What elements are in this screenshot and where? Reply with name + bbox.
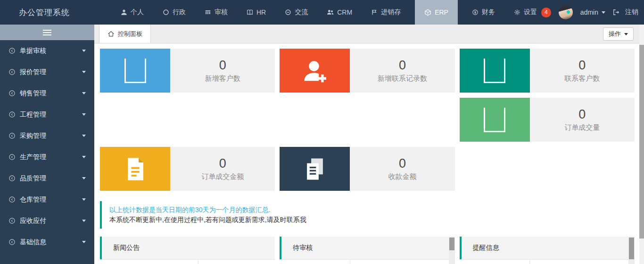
stat-label: 订单成交金额 [201, 172, 244, 181]
circle-arrow-icon [8, 217, 16, 224]
stat-value: 0 [399, 156, 406, 171]
main-content: 控制面板 操作 0 新增客户数 [94, 25, 639, 264]
system-notice: 以上统计数据是当天日期的前30天为一个月的数据汇总. 本系统不断更新中,在使用过… [100, 201, 635, 229]
sidebar-item-label: 销售管理 [20, 89, 46, 98]
circle-arrow-icon [8, 196, 16, 203]
sidebar-item-quotation[interactable]: 报价管理 [0, 61, 94, 83]
nav-item-crm[interactable]: CRM [320, 0, 359, 25]
circle-arrow-icon [8, 238, 16, 246]
logout-label: 注销 [625, 8, 638, 17]
stat-label: 订单成交量 [564, 123, 600, 132]
nav-item-label: ERP [435, 9, 448, 16]
sidebar-item-label: 应收应付 [20, 217, 46, 225]
nav-item-label: 交流 [295, 8, 308, 17]
panel-reminders: 提醒信息 [460, 237, 635, 264]
nav-item-inventory[interactable]: 进销存 [364, 0, 408, 25]
stat-value: 0 [219, 58, 226, 73]
gear-icon [514, 9, 520, 16]
panel-title: 提醒信息 [473, 244, 499, 252]
nav-item-erp[interactable]: ERP [415, 0, 458, 25]
circle-arrow-icon [8, 175, 16, 182]
nav-item-communication[interactable]: 交流 [278, 0, 315, 25]
sidebar-item-engineering[interactable]: 工程管理 [0, 104, 94, 125]
stat-tile-order-amount[interactable]: 0 订单成交金额 [100, 147, 275, 191]
panel-title: 待审核 [293, 244, 313, 252]
scrollbar-thumb[interactable] [639, 45, 644, 238]
page-scrollbar[interactable] [639, 25, 644, 264]
tab-bar: 控制面板 操作 [94, 25, 639, 43]
sidebar-item-warehouse[interactable]: 仓库管理 [0, 189, 94, 210]
circle-arrow-icon [8, 132, 16, 139]
sidebar-item-procurement[interactable]: 采购管理 [0, 125, 94, 146]
missing-glyph-icon [460, 98, 530, 142]
sidebar-item-document-audit[interactable]: 单据审核 [0, 40, 94, 61]
avatar[interactable] [559, 5, 573, 19]
file-text-icon [100, 147, 170, 191]
stat-value: 0 [219, 156, 226, 171]
panel-scrollbar[interactable] [628, 237, 635, 264]
nav-item-settings[interactable]: 设置 [507, 0, 544, 25]
stat-tile-new-contact-records[interactable]: 0 新增联系记录数 [280, 49, 454, 93]
chevron-down-icon [602, 11, 605, 14]
user-plus-icon [280, 49, 350, 93]
missing-glyph-icon [460, 49, 530, 93]
dashboard: 0 新增客户数 0 新增联系记录数 [94, 43, 639, 264]
main-nav: 个人 行政 审核 HR 交流 CRM [94, 0, 546, 25]
book-icon [247, 9, 253, 16]
stat-tile-new-customers[interactable]: 0 新增客户数 [100, 49, 275, 93]
sidebar-toggle-button[interactable] [0, 25, 94, 40]
logout-button[interactable]: 注销 [613, 8, 638, 17]
chevron-down-icon [82, 92, 86, 94]
panel-title: 新闻公告 [113, 244, 140, 252]
nav-item-audit[interactable]: 审核 [198, 0, 235, 25]
chevron-down-icon [624, 33, 628, 35]
cube-icon [424, 9, 431, 16]
stat-label: 新增客户数 [205, 74, 240, 83]
username: admin [580, 9, 598, 16]
nav-item-personal[interactable]: 个人 [114, 0, 151, 25]
notification-badge[interactable]: 4 [541, 8, 551, 17]
panel-pending-approval: 待审核 [280, 237, 454, 264]
sidebar-item-quality[interactable]: 品质管理 [0, 168, 94, 189]
chevron-down-icon [82, 198, 86, 201]
chevron-down-icon [82, 241, 86, 243]
navbar-right-group: 4 admin 注销 [541, 0, 638, 25]
nav-item-finance[interactable]: 财务 [465, 0, 502, 25]
home-icon [107, 30, 115, 37]
nav-item-hr[interactable]: HR [239, 0, 273, 25]
sidebar-item-receivables-payables[interactable]: 应收应付 [0, 210, 94, 231]
user-dropdown[interactable]: admin [580, 9, 605, 16]
circle-arrow-icon [8, 68, 16, 76]
bank-icon [205, 9, 211, 16]
sidebar-item-label: 采购管理 [20, 132, 46, 140]
yen-icon [472, 9, 479, 16]
chevron-down-icon [82, 220, 86, 222]
office-management-app: 办公管理系统 个人 行政 审核 HR 交流 [0, 0, 644, 264]
nav-item-label: 审核 [215, 8, 228, 17]
panel-news: 新闻公告 [100, 237, 275, 264]
info-panels: 新闻公告 待审核 提醒信息 [100, 237, 635, 264]
tab-control-panel[interactable]: 控制面板 [99, 25, 151, 43]
nav-item-label: 财务 [482, 8, 495, 17]
sidebar-item-label: 基础信息 [20, 238, 46, 247]
stat-tiles: 0 新增客户数 0 新增联系记录数 [100, 49, 635, 191]
stat-tile-contacted-customers[interactable]: 0 联系客户数 [460, 49, 635, 93]
nav-item-label: 行政 [173, 8, 186, 17]
nav-item-administration[interactable]: 行政 [156, 0, 193, 25]
stat-label: 新增联系记录数 [378, 74, 427, 83]
person-icon [121, 9, 127, 16]
nav-item-label: 设置 [524, 8, 537, 17]
chevron-down-icon [82, 135, 86, 137]
stat-tile-received-amount[interactable]: 0 收款金额 [280, 147, 454, 191]
action-dropdown-button[interactable]: 操作 [603, 27, 634, 41]
sidebar-item-sales[interactable]: 销售管理 [0, 83, 94, 104]
flag-icon [371, 9, 378, 16]
panel-scrollbar[interactable] [449, 237, 455, 264]
stat-tile-order-deals[interactable]: 0 订单成交量 [460, 98, 635, 142]
circle-arrow-icon [8, 90, 16, 97]
sidebar-item-basic-info[interactable]: 基础信息 [0, 231, 94, 253]
sidebar-item-production[interactable]: 生产管理 [0, 146, 94, 168]
panel-news-body [100, 259, 275, 264]
nav-item-label: 个人 [131, 8, 144, 17]
chevron-down-icon [82, 113, 86, 116]
